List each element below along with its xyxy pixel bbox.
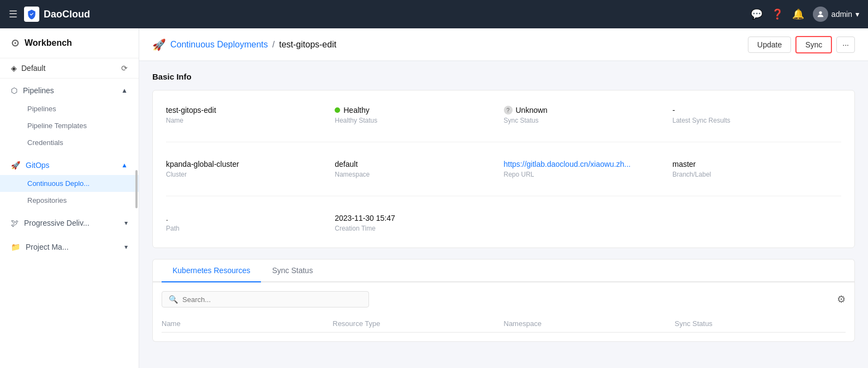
sidebar-section-gitops: 🚀 GitOps ▲ Continuous Deplo... Repositor…	[0, 153, 139, 211]
sidebar-group-progressive[interactable]: 🕊 Progressive Deliv... ▾	[0, 213, 139, 233]
chat-icon[interactable]: 💬	[751, 8, 763, 20]
col-header-sync-status: Sync Status	[675, 319, 846, 328]
content-area: 🚀 Continuous Deployments / test-gitops-e…	[139, 28, 868, 368]
info-cell-latest-sync: - Latest Sync Results	[673, 101, 841, 129]
tabs-section: Kubernetes Resources Sync Status	[152, 259, 855, 282]
top-nav-right: 💬 ❓ 🔔 admin ▾	[751, 7, 859, 22]
more-button[interactable]: ···	[836, 37, 855, 53]
breadcrumb: 🚀 Continuous Deployments / test-gitops-e…	[152, 38, 336, 51]
sidebar-section-project: 📁 Project Ma... ▾	[0, 235, 139, 259]
info-label-branch: Branch/Label	[673, 171, 841, 178]
breadcrumb-sep: /	[272, 40, 275, 50]
search-input[interactable]	[182, 295, 362, 304]
info-value-latest-sync: -	[673, 106, 841, 114]
update-button[interactable]: Update	[748, 37, 791, 53]
sidebar-item-pipeline-templates[interactable]: Pipeline Templates	[0, 117, 139, 134]
basic-info-title: Basic Info	[152, 72, 855, 81]
unknown-icon: ?	[504, 106, 513, 114]
tab-content: 🔍 ⚙ Name Resource Type Namespace Sync St…	[152, 282, 855, 342]
sidebar-group-pipelines[interactable]: ⬡ Pipelines ▲	[0, 81, 139, 100]
info-cell-creation-time: 2023-11-30 15:47 Creation Time	[335, 209, 503, 237]
svg-point-0	[819, 11, 822, 14]
workspace-name: ◈ Default	[11, 64, 45, 73]
workbench-icon: ⊙	[11, 37, 19, 49]
info-cell-empty-2	[673, 209, 841, 237]
header-actions: Update Sync ···	[748, 36, 855, 53]
main-layout: ⊙ Workbench ◈ Default ⟳ ⬡ Pipelines ▲ Pi…	[0, 28, 868, 368]
info-label-sync-status: Sync Status	[504, 117, 673, 124]
info-value-namespace: default	[335, 160, 503, 168]
sidebar-item-continuous-deploy[interactable]: Continuous Deplo...	[0, 175, 139, 192]
gitops-chevron: ▲	[121, 161, 128, 169]
info-label-creation-time: Creation Time	[335, 225, 503, 232]
info-value-branch: master	[673, 160, 841, 168]
sidebar-section-pipelines: ⬡ Pipelines ▲ Pipelines Pipeline Templat…	[0, 79, 139, 153]
breadcrumb-link[interactable]: Continuous Deployments	[170, 40, 268, 50]
info-label-repo-url: Repo URL	[504, 171, 673, 178]
scrollbar-track	[135, 170, 138, 208]
col-header-name: Name	[162, 319, 332, 328]
sidebar-group-gitops[interactable]: 🚀 GitOps ▲	[0, 155, 139, 175]
search-icon: 🔍	[169, 295, 178, 304]
healthy-dot	[335, 107, 340, 113]
tab-sync-status[interactable]: Sync Status	[261, 260, 324, 282]
workspace-icon: ◈	[11, 64, 17, 73]
info-divider-1	[166, 142, 841, 142]
sidebar-group-project[interactable]: 📁 Project Ma... ▾	[0, 237, 139, 257]
basic-info-card: test-gitops-edit Name Healthy Healthy St…	[152, 90, 855, 248]
info-cell-namespace: default Namespace	[335, 155, 503, 183]
refresh-icon[interactable]: ⟳	[121, 64, 128, 73]
col-header-resource-type: Resource Type	[332, 319, 503, 328]
workspace-row: ◈ Default ⟳	[0, 58, 139, 79]
info-value-sync-status: ? Unknown	[504, 106, 673, 114]
tabs-header: Kubernetes Resources Sync Status	[153, 260, 854, 282]
info-cell-name: test-gitops-edit Name	[166, 101, 335, 129]
pipelines-group-label: Pipelines	[23, 86, 54, 95]
hamburger-icon[interactable]: ☰	[9, 8, 17, 20]
info-label-namespace: Namespace	[335, 171, 503, 178]
info-grid: test-gitops-edit Name Healthy Healthy St…	[166, 101, 841, 237]
user-info[interactable]: admin ▾	[813, 7, 859, 22]
sidebar-item-pipelines[interactable]: Pipelines	[0, 100, 139, 117]
info-label-name: Name	[166, 117, 335, 124]
sidebar-header: ⊙ Workbench	[0, 28, 139, 58]
search-input-wrap: 🔍	[162, 291, 369, 307]
sidebar: ⊙ Workbench ◈ Default ⟳ ⬡ Pipelines ▲ Pi…	[0, 28, 139, 368]
gitops-group-icon: 🚀	[11, 161, 20, 170]
sidebar-item-credentials[interactable]: Credentials	[0, 134, 139, 151]
gitops-group-label: GitOps	[26, 161, 50, 170]
workspace-label: Default	[21, 64, 45, 73]
progressive-group-label: Progressive Deliv...	[24, 219, 90, 227]
pipelines-chevron: ▲	[121, 87, 128, 94]
info-value-healthy: Healthy	[335, 106, 503, 114]
logo-icon	[24, 7, 39, 22]
info-divider-2	[166, 196, 841, 196]
info-value-name: test-gitops-edit	[166, 106, 335, 114]
info-cell-repo-url: https://gitlab.daocloud.cn/xiaowu.zh... …	[504, 155, 673, 183]
pipelines-group-icon: ⬡	[11, 86, 17, 95]
top-nav: ☰ DaoCloud 💬 ❓ 🔔 admin ▾	[0, 0, 868, 28]
progressive-chevron: ▾	[124, 219, 128, 227]
project-group-label: Project Ma...	[26, 243, 69, 251]
info-value-creation-time: 2023-11-30 15:47	[335, 214, 503, 222]
logo: DaoCloud	[24, 7, 90, 22]
info-cell-cluster: kpanda-global-cluster Cluster	[166, 155, 335, 183]
logo-text: DaoCloud	[44, 9, 90, 20]
info-value-path: .	[166, 214, 335, 222]
breadcrumb-current: test-gitops-edit	[279, 40, 336, 50]
user-avatar	[813, 7, 828, 22]
workbench-label: Workbench	[25, 38, 72, 48]
sync-button[interactable]: Sync	[795, 36, 832, 53]
info-label-latest-sync: Latest Sync Results	[673, 117, 841, 124]
tab-kubernetes-resources[interactable]: Kubernetes Resources	[162, 260, 261, 282]
info-label-cluster: Cluster	[166, 171, 335, 178]
bell-icon[interactable]: 🔔	[792, 8, 804, 20]
info-value-cluster: kpanda-global-cluster	[166, 160, 335, 168]
user-name: admin	[831, 10, 852, 19]
sidebar-item-repositories[interactable]: Repositories	[0, 192, 139, 209]
progressive-group-icon: 🕊	[11, 219, 19, 227]
sidebar-section-progressive: 🕊 Progressive Deliv... ▾	[0, 211, 139, 235]
info-cell-branch: master Branch/Label	[673, 155, 841, 183]
help-icon[interactable]: ❓	[771, 8, 783, 20]
settings-icon[interactable]: ⚙	[837, 293, 846, 305]
